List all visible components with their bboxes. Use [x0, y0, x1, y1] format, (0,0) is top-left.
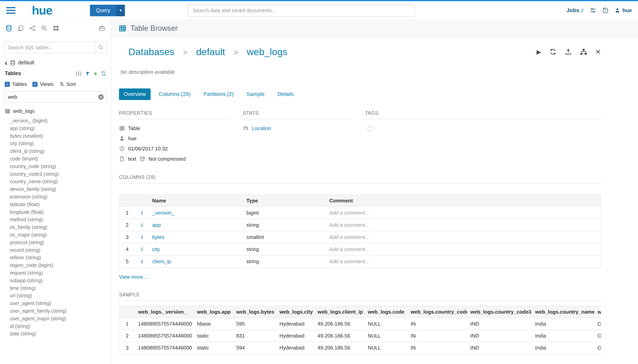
sidebar-column-item[interactable]: protocol (string): [10, 239, 108, 246]
tab[interactable]: Overview: [119, 88, 151, 100]
tab[interactable]: Columns (29): [154, 88, 195, 100]
sidebar-column-item[interactable]: city (string): [10, 140, 108, 147]
sidebar-column-item[interactable]: country_name (string): [10, 178, 108, 185]
info-icon[interactable]: [141, 234, 143, 240]
sort-label[interactable]: Sort: [66, 81, 76, 87]
table-icon: [119, 126, 125, 131]
query-play-icon[interactable]: [536, 48, 541, 55]
sidebar-column-item[interactable]: bytes (smallint): [10, 132, 108, 140]
sidebar-column-item[interactable]: user_agent_family (string): [10, 307, 108, 315]
sidebar-column-item[interactable]: subapp (string): [10, 277, 108, 284]
breadcrumb-table[interactable]: web_logs: [247, 46, 288, 57]
history-icon[interactable]: [602, 7, 609, 14]
sidebar-column-item[interactable]: os_family (string): [10, 224, 108, 231]
caret-down-icon[interactable]: [116, 5, 125, 16]
jobs-link[interactable]: Jobs 2: [566, 7, 584, 14]
breadcrumb-databases[interactable]: Databases: [128, 46, 174, 57]
filter-icon[interactable]: [85, 71, 90, 76]
query-button[interactable]: Query: [90, 5, 125, 16]
info-icon[interactable]: [141, 246, 143, 252]
sidebar-column-item[interactable]: client_ip (string): [10, 147, 108, 155]
views-checkbox[interactable]: [32, 82, 38, 87]
table-filter-input[interactable]: [4, 91, 107, 102]
lineage-icon[interactable]: [580, 48, 587, 55]
query-button-label[interactable]: Query: [90, 5, 116, 16]
loading-spinner-icon: [367, 126, 373, 132]
breadcrumb-separator: >: [183, 48, 187, 57]
sidebar-column-item[interactable]: date (string): [10, 330, 108, 338]
info-icon[interactable]: [141, 210, 143, 216]
refresh-tables-icon[interactable]: [101, 71, 106, 76]
sidebar-column-item[interactable]: id (string): [10, 322, 108, 330]
tables-checkbox[interactable]: [5, 82, 10, 87]
sample-column-header: web_logs.client_ip: [314, 306, 365, 318]
sidebar-column-item[interactable]: country_code3 (string): [10, 170, 108, 178]
menu-icon[interactable]: [6, 7, 15, 14]
columns-heading: COLUMNS (29): [119, 174, 601, 184]
col-header-index: [119, 195, 135, 207]
refresh-icon[interactable]: [549, 48, 556, 55]
sidebar-column-item[interactable]: time (string): [10, 284, 108, 292]
sidebar-column-item[interactable]: region_code (bigint): [10, 262, 108, 269]
sidebar-column-item[interactable]: country_code (string): [10, 162, 108, 170]
chevron-left-icon[interactable]: ‹: [5, 60, 7, 65]
sidebar-column-item[interactable]: method (string): [10, 216, 108, 224]
sidebar-column-item[interactable]: latitude (float): [10, 201, 108, 208]
sidebar-column-item[interactable]: user_agent (string): [10, 300, 108, 307]
table-overview: Databases > default > web_logs No de: [111, 37, 638, 364]
info-icon[interactable]: [141, 222, 143, 228]
column-name-link[interactable]: client_ip: [152, 258, 171, 264]
documents-icon[interactable]: [17, 25, 24, 32]
sort-icon[interactable]: [60, 81, 64, 87]
tab[interactable]: Partitions (2): [199, 88, 238, 100]
sidebar-column-item[interactable]: device_family (string): [10, 185, 108, 193]
sidebar-column-item[interactable]: longitude (float): [10, 208, 108, 216]
view-more-link[interactable]: View more...: [119, 274, 147, 280]
column-name-link[interactable]: _version_: [152, 210, 174, 216]
sql-search-input[interactable]: [4, 42, 95, 53]
close-icon[interactable]: [595, 48, 601, 56]
sidebar-column-item[interactable]: app (string): [10, 124, 108, 132]
columns-table: Name Type Comment 1 _version_ big: [119, 194, 601, 268]
search-icon[interactable]: [95, 42, 107, 53]
user-menu[interactable]: hue: [615, 8, 632, 14]
table-description[interactable]: No description available: [121, 69, 601, 75]
hue-logo[interactable]: hue: [32, 4, 52, 16]
sidebar-column-item[interactable]: referer (string): [10, 254, 108, 262]
clear-filter-icon[interactable]: [98, 94, 104, 100]
sidebar-column-item[interactable]: _version_ (bigint): [10, 117, 108, 124]
breadcrumb-database[interactable]: default: [196, 46, 225, 57]
column-name-link[interactable]: city: [152, 246, 160, 252]
upload-icon[interactable]: [565, 48, 572, 55]
nodes-icon[interactable]: [29, 25, 36, 32]
sidebar-column-item[interactable]: code (tinyint): [10, 155, 108, 162]
sidebar-column-item[interactable]: user_agent_major (string): [10, 315, 108, 322]
global-search-input[interactable]: [188, 4, 415, 17]
grid-icon[interactable]: [53, 25, 59, 32]
sidebar-table-item[interactable]: web_logs: [0, 104, 111, 115]
column-name-link[interactable]: app: [152, 222, 161, 228]
sidebar-column-item[interactable]: record (string): [10, 246, 108, 254]
briefcase-icon[interactable]: [99, 25, 105, 32]
sliders-icon[interactable]: [589, 7, 596, 14]
sample-row: 3 1480895575574446000 static 594 Hyderab…: [119, 342, 601, 354]
database-name[interactable]: default: [18, 60, 34, 66]
table-name: web_logs: [13, 108, 35, 114]
tab[interactable]: Sample: [242, 88, 269, 100]
database-breadcrumb[interactable]: ‹ default: [0, 56, 111, 67]
info-icon[interactable]: [141, 258, 143, 264]
sidebar-column-item[interactable]: extension (string): [10, 193, 108, 201]
stats-heading: STATS: [243, 110, 351, 120]
main-panel: Table Browser Databases > default > web_…: [111, 20, 638, 364]
compression: Not compressed: [148, 155, 185, 162]
database-assist-icon[interactable]: [6, 25, 12, 32]
column-name-link[interactable]: bytes: [152, 234, 164, 240]
location-link[interactable]: Location: [252, 124, 271, 132]
sidebar-column-item[interactable]: request (string): [10, 269, 108, 277]
tags-heading: TAGS: [365, 110, 601, 120]
add-icon[interactable]: [94, 71, 97, 76]
tab[interactable]: Details: [273, 88, 299, 100]
sidebar-column-item[interactable]: os_major (string): [10, 231, 108, 239]
sidebar-column-item[interactable]: url (string): [10, 292, 108, 300]
zoom-plus-icon[interactable]: [41, 25, 48, 32]
